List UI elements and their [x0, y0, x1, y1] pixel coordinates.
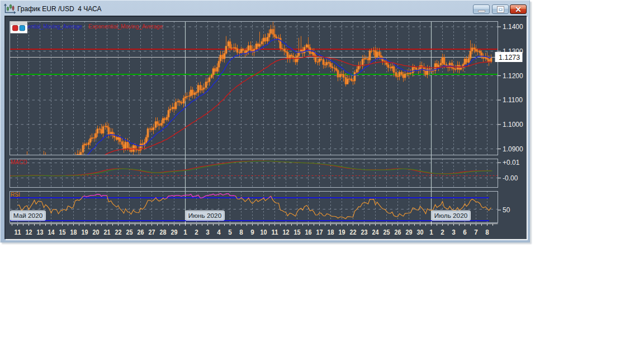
svg-text:25: 25	[383, 228, 390, 236]
svg-text:12: 12	[26, 228, 32, 236]
svg-text:26: 26	[395, 228, 401, 236]
svg-text:6: 6	[463, 228, 467, 236]
svg-text:24: 24	[372, 228, 380, 236]
svg-text:-0.00: -0.00	[503, 174, 518, 182]
svg-text:11: 11	[272, 228, 278, 236]
svg-text:9: 9	[250, 228, 254, 236]
svg-text:8: 8	[239, 228, 243, 236]
svg-text:Июнь 2020: Июнь 2020	[188, 212, 222, 220]
svg-text:12: 12	[283, 228, 290, 236]
svg-text:16: 16	[305, 228, 312, 236]
svg-text:10: 10	[261, 228, 267, 236]
svg-text:8: 8	[485, 228, 489, 236]
svg-text:27: 27	[149, 228, 155, 236]
svg-text:2: 2	[195, 228, 198, 236]
svg-text:19: 19	[339, 228, 345, 236]
svg-text:Июль 2020: Июль 2020	[434, 212, 468, 220]
svg-text:25: 25	[126, 228, 133, 236]
svg-text:1.1100: 1.1100	[503, 96, 523, 104]
svg-text:7: 7	[474, 228, 478, 236]
svg-text:29: 29	[171, 228, 178, 236]
svg-text:Май 2020: Май 2020	[13, 212, 43, 220]
svg-text:22: 22	[115, 228, 122, 236]
svg-text:23: 23	[361, 228, 368, 236]
svg-text:Exponential_Moving_Average: Exponential_Moving_Average	[88, 23, 163, 30]
svg-text:2: 2	[441, 228, 444, 236]
svg-text:18: 18	[328, 228, 334, 236]
svg-text:13: 13	[37, 228, 44, 236]
svg-text:1.1200: 1.1200	[503, 72, 523, 80]
svg-text:RSI: RSI	[11, 192, 20, 198]
svg-text:18: 18	[70, 228, 77, 236]
svg-text:30: 30	[417, 228, 424, 236]
svg-text:21: 21	[104, 228, 111, 236]
svg-text:19: 19	[82, 228, 88, 236]
svg-text:1.0900: 1.0900	[503, 145, 523, 153]
svg-text:4: 4	[217, 228, 221, 236]
svg-text:15: 15	[59, 228, 66, 236]
svg-text:1.1000: 1.1000	[503, 121, 523, 128]
svg-text:22: 22	[350, 228, 357, 236]
svg-text:5: 5	[228, 228, 232, 236]
svg-text:14: 14	[48, 228, 55, 236]
svg-text:11: 11	[15, 228, 21, 236]
svg-text:26: 26	[138, 228, 144, 236]
svg-text:20: 20	[93, 228, 100, 236]
svg-text:17: 17	[316, 228, 323, 236]
svg-text:3: 3	[206, 228, 210, 236]
svg-text:29: 29	[406, 228, 413, 236]
svg-text:28: 28	[160, 228, 167, 236]
svg-text:1: 1	[429, 228, 433, 236]
svg-text:1.1273: 1.1273	[499, 54, 520, 61]
svg-text:50: 50	[503, 206, 510, 214]
svg-text:3: 3	[452, 228, 456, 236]
svg-text:MACD: MACD	[11, 159, 27, 165]
svg-text:+0.01: +0.01	[503, 159, 520, 166]
svg-text:15: 15	[294, 228, 301, 236]
svg-text:1: 1	[183, 228, 187, 236]
svg-text:1.1400: 1.1400	[503, 23, 523, 31]
